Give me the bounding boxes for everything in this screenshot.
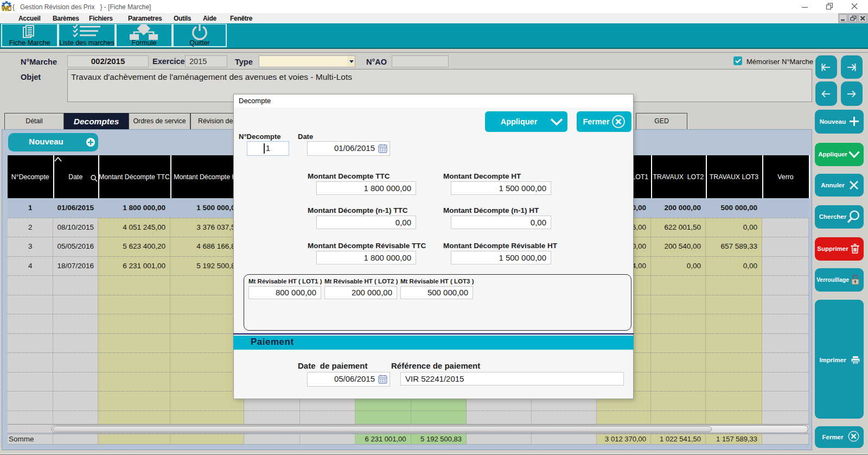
svg-text:WD: WD [2,5,11,12]
